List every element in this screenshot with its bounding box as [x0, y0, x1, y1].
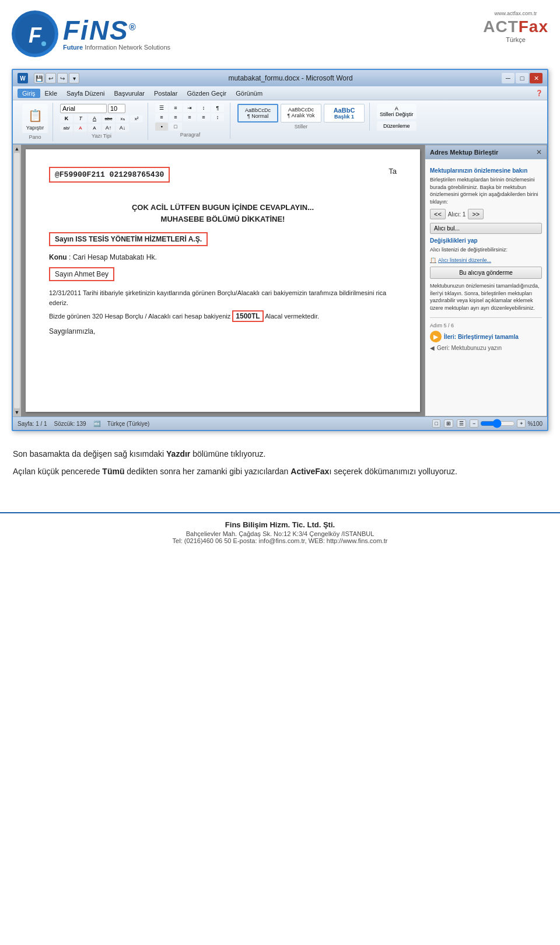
clear-format-button[interactable]: ab/	[60, 124, 73, 132]
geri-button[interactable]: ◀ Geri: Mektubunuzu yazın	[430, 345, 542, 351]
show-marks-button[interactable]: ¶	[211, 104, 224, 112]
alici-prev-button[interactable]: <<	[430, 209, 446, 219]
font-row1	[60, 104, 143, 113]
name-text: Sayın Ahmet Bey	[55, 270, 108, 278]
style-normal[interactable]: AaBbCcDc ¶ Normal	[237, 104, 278, 123]
shading-button[interactable]: ▪	[155, 123, 168, 131]
undo-quick-btn[interactable]: ↩	[46, 73, 56, 83]
list-number-button[interactable]: ≡	[169, 104, 182, 112]
sup-button[interactable]: x²	[130, 115, 143, 123]
side-panel-close-button[interactable]: ✕	[536, 148, 542, 156]
fins-tagline: Future Information Network Solutions	[63, 44, 170, 51]
paragraf-buttons: ☰ ≡ ⇥ ↕ ¶ ≡ ≡ ≡ ≡ ↕ ▪ □	[155, 104, 225, 131]
menu-gorunum[interactable]: Görünüm	[231, 89, 267, 98]
list-icon: 📋	[430, 257, 436, 263]
sub-button[interactable]: x₁	[116, 115, 129, 123]
style-baslik1[interactable]: AaBbC Başlık 1	[324, 104, 365, 123]
body-text-2: Bizde görünen 320 Hesap Borçlu / Alacakl…	[49, 311, 397, 321]
underline-button[interactable]: A	[88, 114, 101, 123]
menu-gozden-gecir[interactable]: Gözden Geçir	[182, 89, 231, 98]
redo-quick-btn[interactable]: ↪	[57, 73, 68, 83]
barcode-box: @F59900F211 021298765430	[49, 167, 170, 183]
view-print-btn[interactable]: □	[432, 419, 440, 428]
bu-aliciya-button[interactable]: Bu alıcıya gönderme	[430, 267, 542, 279]
list-bullet-button[interactable]: ☰	[155, 104, 168, 112]
font-name-input[interactable]	[60, 104, 107, 113]
maximize-button[interactable]: □	[516, 73, 528, 83]
word-window: W 💾 ↩ ↪ ▾ mutabakat_formu.docx - Microso…	[12, 69, 548, 431]
yazi-tipi-label: Yazı Tipi	[92, 133, 111, 139]
font-size-input[interactable]	[108, 104, 125, 113]
alici-bul-button[interactable]: Alıcı bul...	[430, 223, 542, 234]
scroll-up-icon[interactable]: ▲	[15, 146, 20, 152]
view-outline-btn[interactable]: ☰	[457, 419, 466, 428]
menu-postalar[interactable]: Postalar	[149, 89, 182, 98]
align-right-button[interactable]: ≡	[183, 113, 196, 121]
svg-point-2	[41, 41, 46, 46]
step-label: Adım 5 / 6	[430, 323, 542, 328]
list-indent-button[interactable]: ⇥	[183, 104, 196, 112]
font-color-button[interactable]: A	[74, 124, 87, 132]
scroll-down-icon[interactable]: ▼	[15, 410, 20, 415]
sort-button[interactable]: ↕	[197, 104, 210, 112]
menu-help-icon[interactable]: ❓	[536, 90, 542, 96]
grow-font-button[interactable]: A↑	[102, 124, 115, 132]
para1-start: Son basamakta da değişen sağ kısımdaki	[13, 449, 166, 459]
ileri-label: İleri: Birleştirmeyi tamamla	[444, 334, 519, 340]
body2-end: Alacal vermektedir.	[265, 313, 319, 320]
yapistir-button[interactable]: 📋 Yapıştır	[22, 104, 48, 133]
yazdir-bold: Yazdır	[166, 449, 190, 459]
ribbon-group-extra: A Stilleri Değiştir Düzenleme	[372, 103, 421, 132]
italic-button[interactable]: T	[74, 114, 87, 123]
minimize-button[interactable]: ─	[502, 73, 514, 83]
border-button[interactable]: □	[169, 123, 182, 131]
line-spacing-button[interactable]: ↕	[211, 113, 224, 121]
dropdown-quick-btn[interactable]: ▾	[69, 73, 79, 83]
name-box: Sayın Ahmet Bey	[49, 267, 114, 281]
save-quick-btn[interactable]: 💾	[34, 73, 44, 83]
geri-arrow: ◀	[430, 345, 435, 351]
scroll-thumb	[14, 153, 20, 408]
quick-access-toolbar: 💾 ↩ ↪ ▾	[34, 73, 79, 83]
style-aralik-yok[interactable]: AaBbCcDc ¶ Aralık Yok	[281, 104, 321, 123]
stiller-degistir-button[interactable]: A Stilleri Değiştir	[377, 104, 416, 119]
lang-flag: 🔤	[93, 421, 100, 427]
svg-text:F: F	[29, 23, 42, 47]
font-row2: K T A abc x₁ x²	[60, 114, 143, 123]
justify-button[interactable]: ≡	[197, 113, 210, 121]
shrink-font-button[interactable]: A↓	[116, 124, 129, 132]
strikethrough-button[interactable]: abc	[102, 115, 115, 123]
ileri-button[interactable]: ▶ İleri: Birleştirmeyi tamamla	[430, 331, 542, 342]
zoom-in-button[interactable]: +	[517, 419, 526, 428]
alici-liste-link[interactable]: 📋 Alıcı listesini düzenle...	[430, 257, 542, 263]
step-section: Adım 5 / 6 ▶ İleri: Birleştirmeyi tamaml…	[430, 317, 542, 351]
page-info: Sayfa: 1 / 1	[18, 421, 47, 427]
close-button[interactable]: ✕	[530, 73, 542, 83]
view-web-btn[interactable]: ⊞	[444, 419, 453, 428]
title-bar: W 💾 ↩ ↪ ▾ mutabakat_formu.docx - Microso…	[13, 70, 547, 86]
fins-text-block: FiNS® Future Information Network Solutio…	[63, 17, 170, 51]
menu-basvurular[interactable]: Başvurular	[109, 89, 149, 98]
preview-text: Birleştirilen mektuplardan birinin önizl…	[430, 176, 542, 205]
align-center-button[interactable]: ≡	[169, 113, 182, 121]
duzenleme-button[interactable]: Düzenleme	[377, 121, 416, 131]
document-page: @F59900F211 021298765430 Ta ÇOK ACİL LÜT…	[26, 149, 420, 412]
footer-address: Bahçelievler Mah. Çağdaş Sk. No:12 K:3/4…	[13, 530, 547, 537]
signature-text: Saygılarımızla,	[49, 327, 397, 335]
align-left-button[interactable]: ≡	[155, 113, 168, 121]
ribbon-group-paragraf: ☰ ≡ ⇥ ↕ ¶ ≡ ≡ ≡ ≡ ↕ ▪ □ Paragraf	[150, 103, 230, 139]
zoom-out-button[interactable]: −	[470, 419, 478, 428]
footer-contact: Tel: (0216)460 06 50 E-posta: info@fins.…	[13, 537, 547, 544]
degisiklik-text: Alıcı listenizi de değiştirebilirsiniz:	[430, 246, 542, 254]
highlight-button[interactable]: A	[88, 124, 101, 132]
duzenleme-label: Düzenleme	[383, 123, 410, 129]
zoom-slider[interactable]	[480, 419, 515, 428]
urgent-text: ÇOK ACİL LÜTFEN BUGUN İÇİNDE CEVAPLAYIN.…	[49, 203, 397, 212]
menu-ekle[interactable]: Ekle	[40, 89, 62, 98]
bold-button[interactable]: K	[60, 114, 73, 123]
alici-next-button[interactable]: >>	[468, 209, 484, 219]
menu-giris[interactable]: Giriş	[18, 89, 40, 98]
actfax-brand: ACTFax	[483, 18, 548, 36]
language-info: Türkçe (Türkiye)	[107, 421, 150, 427]
menu-sayfa-duzeni[interactable]: Sayfa Düzeni	[62, 89, 109, 98]
